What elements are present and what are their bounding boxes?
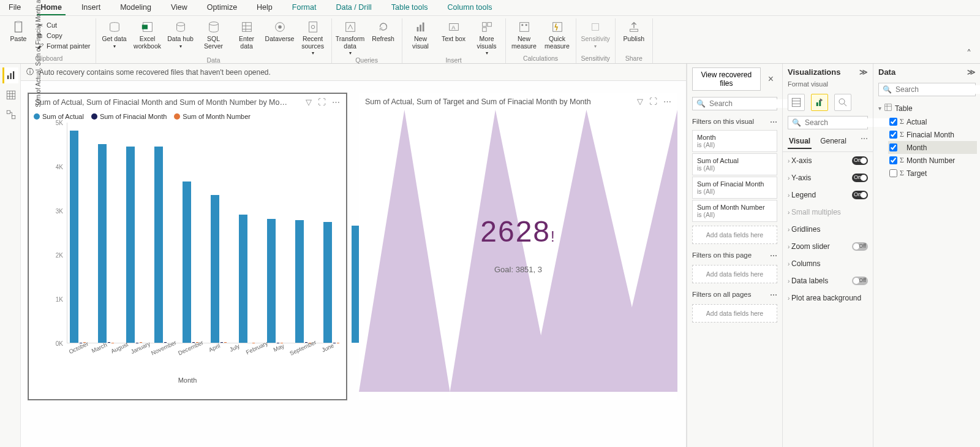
- bar[interactable]: [323, 222, 332, 343]
- model-view-icon[interactable]: [2, 107, 18, 123]
- section-more-icon[interactable]: ⋯: [770, 118, 777, 126]
- toggle-off[interactable]: Off: [852, 242, 868, 251]
- viz-search[interactable]: 🔍: [788, 116, 868, 129]
- section-more-icon[interactable]: ⋯: [770, 291, 777, 299]
- bar[interactable]: [267, 219, 276, 343]
- view-recovered-files-button[interactable]: View recovered files: [692, 67, 761, 91]
- field-checkbox[interactable]: [889, 131, 897, 139]
- recent-sources-button[interactable]: Recent sources▾: [300, 18, 326, 56]
- focus-mode-icon[interactable]: ⛶: [318, 97, 326, 107]
- field-node[interactable]: ΣTarget: [888, 167, 977, 180]
- filter-card[interactable]: Sum of Month Numberis (All): [692, 200, 777, 222]
- copy-button[interactable]: ⧉Copy: [36, 31, 91, 40]
- paste-button[interactable]: Paste: [7, 18, 29, 43]
- menu-file[interactable]: File: [5, 1, 24, 15]
- quick-measure-button[interactable]: Quick measure: [544, 18, 571, 50]
- format-row[interactable]: › Gridlines: [783, 221, 873, 238]
- viz-collapse-button[interactable]: ≫: [859, 67, 868, 77]
- more-visuals-button[interactable]: More visuals▾: [473, 18, 500, 56]
- filter-icon[interactable]: ▽: [306, 97, 312, 107]
- bar[interactable]: [211, 195, 219, 343]
- filter-card[interactable]: Monthis (All): [692, 130, 777, 152]
- field-node[interactable]: ΣMonth: [888, 141, 977, 154]
- more-options-icon[interactable]: ⋯: [332, 97, 340, 107]
- menu-help[interactable]: Help: [253, 1, 276, 15]
- text-box-button[interactable]: AText box: [440, 18, 467, 43]
- bar[interactable]: [183, 181, 191, 343]
- data-collapse-button[interactable]: ≫: [967, 67, 976, 77]
- build-visual-tool[interactable]: [788, 94, 805, 111]
- format-visual-tool[interactable]: [811, 94, 828, 111]
- viz-tab-more[interactable]: ⋯: [861, 134, 868, 149]
- bar[interactable]: [224, 342, 227, 343]
- refresh-button[interactable]: Refresh: [370, 18, 397, 43]
- more-options-icon[interactable]: ⋯: [663, 97, 671, 106]
- report-view-icon[interactable]: [2, 67, 18, 83]
- toggle-off[interactable]: Off: [852, 277, 868, 285]
- new-measure-button[interactable]: New measure: [511, 18, 538, 50]
- data-search[interactable]: 🔍: [878, 83, 976, 96]
- format-row[interactable]: › Y-axisOn: [783, 169, 873, 186]
- filter-card[interactable]: Sum of Finacial Monthis (All): [692, 177, 777, 199]
- sql-server-button[interactable]: SQL Server: [200, 18, 227, 50]
- format-row[interactable]: › X-axisOn: [783, 152, 873, 169]
- toggle-on[interactable]: On: [852, 156, 868, 165]
- bar-chart-visual[interactable]: Sum of Actual, Sum of Finacial Month and…: [28, 93, 347, 400]
- filter-icon[interactable]: ▽: [637, 97, 643, 106]
- transform-data-button[interactable]: Transform data▾: [337, 18, 364, 56]
- publish-button[interactable]: Publish: [620, 18, 647, 43]
- filters-search[interactable]: 🔍: [692, 97, 777, 110]
- table-view-icon[interactable]: [2, 87, 18, 103]
- menu-optimize[interactable]: Optimize: [203, 1, 241, 15]
- data-hub-button[interactable]: Data hub▾: [167, 18, 194, 49]
- table-node[interactable]: ▾ Table: [877, 101, 977, 115]
- enter-data-button[interactable]: Enter data: [233, 18, 260, 50]
- bar[interactable]: [98, 144, 107, 343]
- focus-mode-icon[interactable]: ⛶: [649, 97, 657, 106]
- format-row[interactable]: › Plot area background: [783, 289, 873, 307]
- get-data-button[interactable]: Get data▾: [101, 18, 128, 49]
- field-checkbox[interactable]: [889, 143, 897, 151]
- field-checkbox[interactable]: [889, 156, 897, 164]
- add-fields-drop-visual[interactable]: Add data fields here: [692, 226, 777, 244]
- viz-tab-general[interactable]: General: [819, 134, 848, 149]
- sensitivity-button[interactable]: Sensitivity▾: [582, 18, 609, 49]
- kpi-visual[interactable]: Sum of Actual, Sum of Target and Sum of …: [359, 93, 677, 400]
- add-fields-drop-page[interactable]: Add data fields here: [692, 265, 777, 283]
- menu-table-tools[interactable]: Table tools: [388, 1, 432, 15]
- bar[interactable]: [239, 215, 247, 343]
- data-search-input[interactable]: [895, 85, 980, 94]
- format-row[interactable]: › Data labelsOff: [783, 272, 873, 289]
- dataverse-button[interactable]: Dataverse: [266, 18, 293, 43]
- recovery-close-button[interactable]: ×: [764, 71, 777, 87]
- menu-insert[interactable]: Insert: [78, 1, 104, 15]
- format-row[interactable]: › LegendOn: [783, 186, 873, 204]
- format-painter-button[interactable]: 🖌Format painter: [36, 42, 91, 50]
- field-checkbox[interactable]: [889, 118, 897, 126]
- add-fields-drop-all[interactable]: Add data fields here: [692, 304, 777, 323]
- menu-column-tools[interactable]: Column tools: [444, 1, 496, 15]
- bar[interactable]: [295, 220, 304, 343]
- menu-view[interactable]: View: [167, 1, 191, 15]
- bar[interactable]: [70, 131, 78, 343]
- field-node[interactable]: ΣActual: [888, 115, 977, 128]
- viz-tab-visual[interactable]: Visual: [788, 134, 812, 149]
- analytics-tool[interactable]: [834, 94, 851, 111]
- bar[interactable]: [126, 147, 135, 343]
- field-node[interactable]: ΣFinacial Month: [888, 128, 977, 141]
- new-visual-button[interactable]: New visual: [407, 18, 434, 50]
- format-row[interactable]: › Zoom sliderOff: [783, 238, 873, 255]
- filter-card[interactable]: Sum of Actualis (All): [692, 153, 777, 175]
- menu-modeling[interactable]: Modeling: [116, 1, 155, 15]
- field-node[interactable]: ΣMonth Number: [888, 154, 977, 167]
- toggle-on[interactable]: On: [852, 174, 868, 182]
- section-more-icon[interactable]: ⋯: [770, 251, 777, 260]
- excel-button[interactable]: Excel workbook: [134, 18, 161, 50]
- format-row[interactable]: › Columns: [783, 255, 873, 272]
- ribbon-collapse-button[interactable]: ˄: [960, 44, 978, 63]
- field-checkbox[interactable]: [889, 169, 897, 177]
- menu-data-drill[interactable]: Data / Drill: [332, 1, 375, 15]
- report-canvas[interactable]: Sum of Actual, Sum of Finacial Month and…: [21, 81, 686, 447]
- bar[interactable]: [154, 147, 163, 343]
- cut-button[interactable]: ✂Cut: [36, 21, 91, 29]
